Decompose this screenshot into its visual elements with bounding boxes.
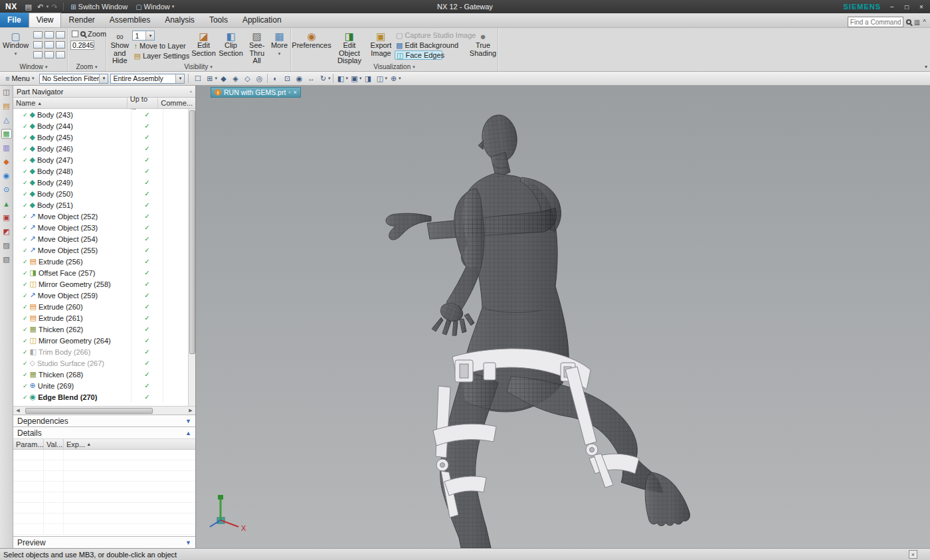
tree-item[interactable]: ✓↗Move Object (255)✓ [13,244,188,256]
history-icon[interactable]: ⊙ [1,185,12,195]
move-rotate-icon[interactable]: ⊕ [388,73,399,84]
tab-file[interactable]: File [0,13,29,27]
tree-horizontal-scrollbar[interactable]: ◀ ▶ [13,406,195,415]
find-command-input[interactable] [848,17,903,27]
move-to-layer-button[interactable]: ↑ Move to Layer [132,41,189,50]
restore-button[interactable]: □ [902,3,911,11]
feature-visibility-checkbox[interactable]: ✓ [23,225,28,231]
feature-visibility-checkbox[interactable]: ✓ [23,304,28,310]
tree-item[interactable]: ✓◇Studio Surface (267)✓ [13,357,188,369]
end-point-icon[interactable]: ◆ [218,73,229,84]
tree-item[interactable]: ✓◆Body (245)✓ [13,132,188,143]
hd3d-tools-icon[interactable]: ◆ [1,157,12,167]
process-studio-icon[interactable]: ▲ [1,199,12,209]
tree-item[interactable]: ✓↗Move Object (252)✓ [13,211,188,222]
details-section-header[interactable]: Details ▲ [13,426,195,438]
feature-visibility-checkbox[interactable]: ✓ [23,112,28,118]
feature-visibility-checkbox[interactable]: ✓ [23,145,28,152]
feature-visibility-checkbox[interactable]: ✓ [23,202,28,209]
tree-item[interactable]: ✓◆Body (250)✓ [13,188,188,199]
tree-vertical-scrollbar[interactable] [188,109,195,406]
tab-render[interactable]: Render [61,13,102,27]
tree-item[interactable]: ✓◫Mirror Geometry (258)✓ [13,278,188,290]
tree-item[interactable]: ✓◆Body (244)✓ [13,120,188,132]
visualization-group-label[interactable]: Visualization▾ [291,62,498,71]
zoom-toggle[interactable]: Zoom [70,29,108,39]
quadrant-point-icon[interactable]: ◐ [270,73,281,84]
tree-item[interactable]: ✓◨Offset Face (257)✓ [13,267,188,278]
menu-button[interactable]: ≡ Menu ▾ [2,72,37,84]
graphics-window[interactable]: i RUN with GEMS.prt ▫ × [196,86,930,548]
intersection-point-icon[interactable]: ◇ [242,73,253,84]
work-layer-combo[interactable]: 1 ▾ [132,31,155,41]
feature-visibility-checkbox[interactable]: ✓ [23,281,28,288]
zoom-checkbox[interactable] [72,31,78,37]
feature-visibility-checkbox[interactable]: ✓ [23,349,28,355]
tree-item[interactable]: ✓↗Move Object (254)✓ [13,233,188,244]
snap-point-icon[interactable]: ⊞ [204,73,215,84]
scroll-left-icon[interactable]: ◀ [14,408,22,413]
ribbon-overflow-icon[interactable]: ▾ [925,64,927,70]
tab-assemblies[interactable]: Assemblies [102,13,157,27]
tab-application[interactable]: Application [235,13,289,27]
window-layout-option-icon[interactable] [45,31,54,39]
minimize-ribbon-icon[interactable]: ^ [923,19,926,26]
capture-studio-image-button[interactable]: ▢ Capture Studio Image [395,31,469,40]
feature-visibility-checkbox[interactable]: ✓ [23,270,28,276]
feature-visibility-checkbox[interactable]: ✓ [23,315,28,322]
constraint-navigator-icon[interactable]: △ [1,115,12,125]
close-button[interactable]: × [917,3,926,11]
tab-view[interactable]: View [29,13,62,27]
feature-visibility-checkbox[interactable]: ✓ [23,157,28,163]
dependencies-section-header[interactable]: Dependencies ▼ [13,415,195,426]
window-layout-option-icon[interactable] [45,51,54,58]
tree-item[interactable]: ✓▤Extrude (256)✓ [13,256,188,267]
reuse-library-icon[interactable]: ▥ [1,143,12,153]
scrollbar-thumb[interactable] [25,408,153,414]
export-image-button[interactable]: ▣ Export Image [368,29,394,62]
wcs-triad[interactable]: X [208,494,250,532]
column-header-expression[interactable]: Exp... ▲ [64,439,195,449]
restore-document-icon[interactable]: ▫ [288,89,290,96]
close-document-icon[interactable]: × [294,89,297,96]
preview-section-header[interactable]: Preview ▼ [13,536,195,548]
document-tab[interactable]: i RUN with GEMS.prt ▫ × [211,87,301,98]
edit-work-section-icon[interactable]: ◨ [363,73,374,84]
close-status-icon[interactable]: × [909,550,917,559]
preferences-button[interactable]: ◉ Preferences [292,29,331,62]
tab-analysis[interactable]: Analysis [157,13,202,27]
scroll-right-icon[interactable]: ▶ [187,408,195,413]
zoom-scale-input[interactable]: 0.2845 [70,41,94,50]
feature-visibility-checkbox[interactable]: ✓ [23,179,28,186]
column-header-up-to-date[interactable]: Up to ... [128,98,159,108]
save-icon[interactable]: ▤ [23,3,35,11]
window-menu-button[interactable]: ▢ Window ▾ [132,0,178,13]
tree-item[interactable]: ✓↗Move Object (253)✓ [13,222,188,233]
window-layout-option-icon[interactable] [33,31,43,39]
feature-visibility-checkbox[interactable]: ✓ [23,394,28,401]
column-header-comment[interactable]: Comme... [158,98,195,108]
tree-item[interactable]: ✓◆Body (246)✓ [13,143,188,154]
tree-item[interactable]: ✓◫Mirror Geometry (264)✓ [13,335,188,346]
feature-visibility-checkbox[interactable]: ✓ [23,371,28,378]
feature-visibility-checkbox[interactable]: ✓ [23,134,28,141]
feature-visibility-checkbox[interactable]: ✓ [23,247,28,254]
midpoint-icon[interactable]: ◈ [230,73,241,84]
minimize-button[interactable]: − [887,3,897,11]
visibility-group-label[interactable]: Visibility▾ [106,62,290,71]
window-layout-option-icon[interactable] [45,41,54,48]
tree-item[interactable]: ✓◆Body (248)✓ [13,165,188,177]
clip-section-button[interactable]: ◧ Clip Section [217,29,244,62]
window-layout-option-icon[interactable] [56,51,65,58]
edit-object-display-button[interactable]: ◨ Edit Object Display [331,29,367,62]
feature-visibility-checkbox[interactable]: ✓ [23,383,28,389]
tree-item[interactable]: ✓◆Body (243)✓ [13,109,188,120]
pan-icon[interactable]: ↔ [306,73,317,84]
feature-visibility-checkbox[interactable]: ✓ [23,236,28,242]
resource-bar-options-icon[interactable]: ◫ [1,87,12,97]
tree-item[interactable]: ✓↗Move Object (259)✓ [13,290,188,301]
feature-visibility-checkbox[interactable]: ✓ [23,292,28,299]
face-edges-toggle[interactable]: ◫ Face Edges [395,50,442,60]
tree-item[interactable]: ✓◆Body (251)✓ [13,199,188,211]
feature-visibility-checkbox[interactable]: ✓ [23,360,28,367]
